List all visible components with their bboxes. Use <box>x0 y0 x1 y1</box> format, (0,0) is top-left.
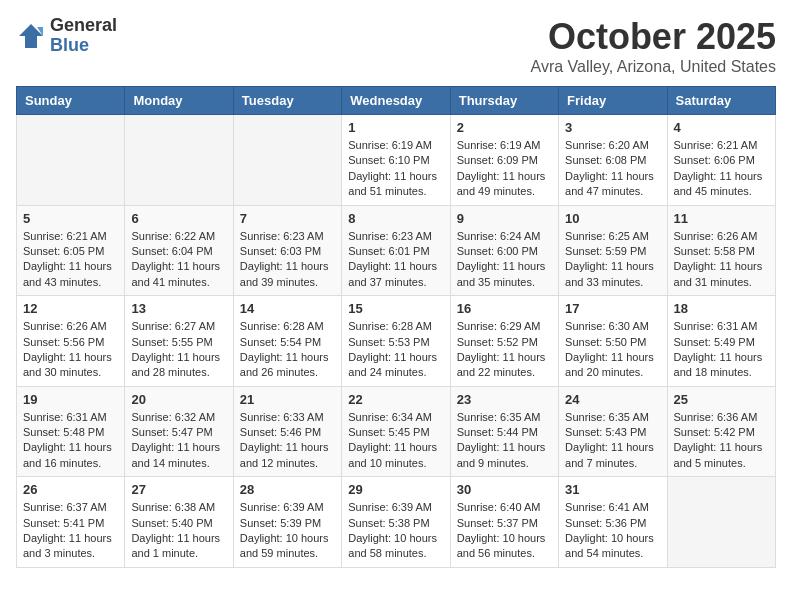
day-number: 4 <box>674 120 769 135</box>
day-info: Sunrise: 6:37 AM Sunset: 5:41 PM Dayligh… <box>23 500 118 562</box>
day-number: 18 <box>674 301 769 316</box>
day-info: Sunrise: 6:40 AM Sunset: 5:37 PM Dayligh… <box>457 500 552 562</box>
weekday-header-thursday: Thursday <box>450 87 558 115</box>
day-number: 7 <box>240 211 335 226</box>
day-number: 23 <box>457 392 552 407</box>
day-number: 9 <box>457 211 552 226</box>
day-info: Sunrise: 6:21 AM Sunset: 6:05 PM Dayligh… <box>23 229 118 291</box>
day-number: 28 <box>240 482 335 497</box>
day-cell: 8Sunrise: 6:23 AM Sunset: 6:01 PM Daylig… <box>342 205 450 296</box>
month-title: October 2025 <box>531 16 776 58</box>
day-number: 11 <box>674 211 769 226</box>
day-cell: 4Sunrise: 6:21 AM Sunset: 6:06 PM Daylig… <box>667 115 775 206</box>
week-row-3: 12Sunrise: 6:26 AM Sunset: 5:56 PM Dayli… <box>17 296 776 387</box>
day-number: 6 <box>131 211 226 226</box>
week-row-4: 19Sunrise: 6:31 AM Sunset: 5:48 PM Dayli… <box>17 386 776 477</box>
logo: General Blue <box>16 16 117 56</box>
day-cell: 22Sunrise: 6:34 AM Sunset: 5:45 PM Dayli… <box>342 386 450 477</box>
day-info: Sunrise: 6:35 AM Sunset: 5:43 PM Dayligh… <box>565 410 660 472</box>
day-cell: 6Sunrise: 6:22 AM Sunset: 6:04 PM Daylig… <box>125 205 233 296</box>
day-cell: 17Sunrise: 6:30 AM Sunset: 5:50 PM Dayli… <box>559 296 667 387</box>
week-row-5: 26Sunrise: 6:37 AM Sunset: 5:41 PM Dayli… <box>17 477 776 568</box>
day-number: 8 <box>348 211 443 226</box>
day-info: Sunrise: 6:23 AM Sunset: 6:03 PM Dayligh… <box>240 229 335 291</box>
day-cell: 29Sunrise: 6:39 AM Sunset: 5:38 PM Dayli… <box>342 477 450 568</box>
day-cell <box>667 477 775 568</box>
day-info: Sunrise: 6:29 AM Sunset: 5:52 PM Dayligh… <box>457 319 552 381</box>
day-number: 17 <box>565 301 660 316</box>
day-info: Sunrise: 6:22 AM Sunset: 6:04 PM Dayligh… <box>131 229 226 291</box>
day-cell: 11Sunrise: 6:26 AM Sunset: 5:58 PM Dayli… <box>667 205 775 296</box>
day-cell: 7Sunrise: 6:23 AM Sunset: 6:03 PM Daylig… <box>233 205 341 296</box>
header: General Blue October 2025 Avra Valley, A… <box>16 16 776 76</box>
weekday-header-tuesday: Tuesday <box>233 87 341 115</box>
logo-blue-text: Blue <box>50 36 117 56</box>
day-info: Sunrise: 6:25 AM Sunset: 5:59 PM Dayligh… <box>565 229 660 291</box>
day-number: 26 <box>23 482 118 497</box>
day-cell: 21Sunrise: 6:33 AM Sunset: 5:46 PM Dayli… <box>233 386 341 477</box>
logo-icon <box>16 21 46 51</box>
day-cell: 13Sunrise: 6:27 AM Sunset: 5:55 PM Dayli… <box>125 296 233 387</box>
day-cell: 27Sunrise: 6:38 AM Sunset: 5:40 PM Dayli… <box>125 477 233 568</box>
day-cell: 20Sunrise: 6:32 AM Sunset: 5:47 PM Dayli… <box>125 386 233 477</box>
day-number: 20 <box>131 392 226 407</box>
day-info: Sunrise: 6:39 AM Sunset: 5:39 PM Dayligh… <box>240 500 335 562</box>
location-title: Avra Valley, Arizona, United States <box>531 58 776 76</box>
day-cell: 16Sunrise: 6:29 AM Sunset: 5:52 PM Dayli… <box>450 296 558 387</box>
day-cell: 18Sunrise: 6:31 AM Sunset: 5:49 PM Dayli… <box>667 296 775 387</box>
day-number: 31 <box>565 482 660 497</box>
day-cell: 19Sunrise: 6:31 AM Sunset: 5:48 PM Dayli… <box>17 386 125 477</box>
logo-text: General Blue <box>50 16 117 56</box>
weekday-header-friday: Friday <box>559 87 667 115</box>
day-cell: 23Sunrise: 6:35 AM Sunset: 5:44 PM Dayli… <box>450 386 558 477</box>
day-info: Sunrise: 6:33 AM Sunset: 5:46 PM Dayligh… <box>240 410 335 472</box>
day-cell: 31Sunrise: 6:41 AM Sunset: 5:36 PM Dayli… <box>559 477 667 568</box>
day-cell: 26Sunrise: 6:37 AM Sunset: 5:41 PM Dayli… <box>17 477 125 568</box>
day-number: 12 <box>23 301 118 316</box>
day-number: 19 <box>23 392 118 407</box>
day-cell: 9Sunrise: 6:24 AM Sunset: 6:00 PM Daylig… <box>450 205 558 296</box>
day-cell <box>17 115 125 206</box>
day-number: 15 <box>348 301 443 316</box>
logo-general-text: General <box>50 16 117 36</box>
weekday-header-wednesday: Wednesday <box>342 87 450 115</box>
day-cell: 12Sunrise: 6:26 AM Sunset: 5:56 PM Dayli… <box>17 296 125 387</box>
day-number: 29 <box>348 482 443 497</box>
weekday-header-monday: Monday <box>125 87 233 115</box>
day-number: 16 <box>457 301 552 316</box>
day-number: 2 <box>457 120 552 135</box>
day-info: Sunrise: 6:28 AM Sunset: 5:54 PM Dayligh… <box>240 319 335 381</box>
calendar: SundayMondayTuesdayWednesdayThursdayFrid… <box>16 86 776 568</box>
day-info: Sunrise: 6:24 AM Sunset: 6:00 PM Dayligh… <box>457 229 552 291</box>
weekday-header-sunday: Sunday <box>17 87 125 115</box>
day-cell <box>233 115 341 206</box>
day-number: 10 <box>565 211 660 226</box>
day-cell: 10Sunrise: 6:25 AM Sunset: 5:59 PM Dayli… <box>559 205 667 296</box>
day-info: Sunrise: 6:32 AM Sunset: 5:47 PM Dayligh… <box>131 410 226 472</box>
day-info: Sunrise: 6:27 AM Sunset: 5:55 PM Dayligh… <box>131 319 226 381</box>
day-cell: 5Sunrise: 6:21 AM Sunset: 6:05 PM Daylig… <box>17 205 125 296</box>
day-info: Sunrise: 6:21 AM Sunset: 6:06 PM Dayligh… <box>674 138 769 200</box>
day-number: 27 <box>131 482 226 497</box>
day-info: Sunrise: 6:26 AM Sunset: 5:58 PM Dayligh… <box>674 229 769 291</box>
day-number: 25 <box>674 392 769 407</box>
day-info: Sunrise: 6:36 AM Sunset: 5:42 PM Dayligh… <box>674 410 769 472</box>
title-area: October 2025 Avra Valley, Arizona, Unite… <box>531 16 776 76</box>
day-number: 3 <box>565 120 660 135</box>
day-number: 21 <box>240 392 335 407</box>
day-number: 5 <box>23 211 118 226</box>
day-info: Sunrise: 6:20 AM Sunset: 6:08 PM Dayligh… <box>565 138 660 200</box>
week-row-1: 1Sunrise: 6:19 AM Sunset: 6:10 PM Daylig… <box>17 115 776 206</box>
day-info: Sunrise: 6:28 AM Sunset: 5:53 PM Dayligh… <box>348 319 443 381</box>
day-info: Sunrise: 6:26 AM Sunset: 5:56 PM Dayligh… <box>23 319 118 381</box>
day-number: 14 <box>240 301 335 316</box>
day-info: Sunrise: 6:31 AM Sunset: 5:49 PM Dayligh… <box>674 319 769 381</box>
day-info: Sunrise: 6:23 AM Sunset: 6:01 PM Dayligh… <box>348 229 443 291</box>
day-cell: 24Sunrise: 6:35 AM Sunset: 5:43 PM Dayli… <box>559 386 667 477</box>
day-cell: 1Sunrise: 6:19 AM Sunset: 6:10 PM Daylig… <box>342 115 450 206</box>
day-info: Sunrise: 6:38 AM Sunset: 5:40 PM Dayligh… <box>131 500 226 562</box>
day-info: Sunrise: 6:35 AM Sunset: 5:44 PM Dayligh… <box>457 410 552 472</box>
day-cell: 15Sunrise: 6:28 AM Sunset: 5:53 PM Dayli… <box>342 296 450 387</box>
day-cell: 30Sunrise: 6:40 AM Sunset: 5:37 PM Dayli… <box>450 477 558 568</box>
week-row-2: 5Sunrise: 6:21 AM Sunset: 6:05 PM Daylig… <box>17 205 776 296</box>
